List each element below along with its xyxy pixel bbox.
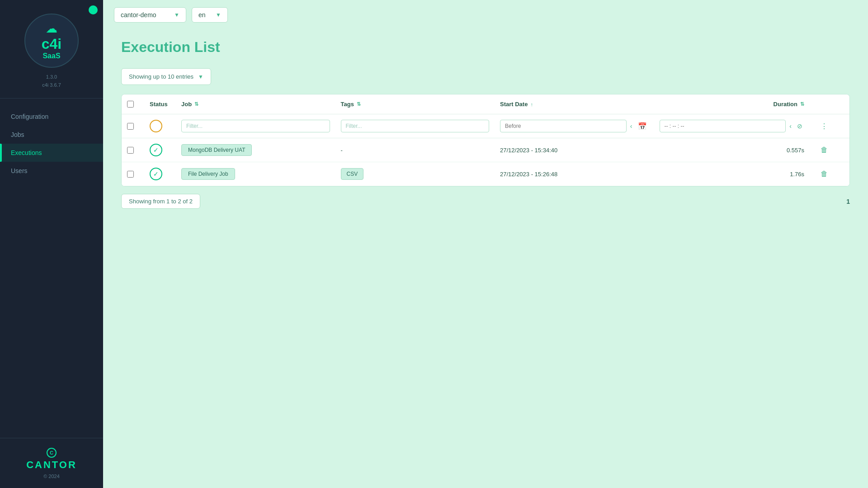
logo-saas-text: SaaS (42, 52, 60, 60)
execution-table: Status Job ⇅ Tags ⇅ Start Date ↑ Duratio… (121, 94, 850, 187)
tags-filter-input[interactable] (341, 120, 490, 132)
th-status: Status (144, 94, 176, 114)
entries-label: Showing up to 10 entries (129, 73, 193, 80)
row1-duration-cell: 0.557s (654, 141, 814, 159)
version1: 1.3.0 (42, 73, 61, 81)
row1-job-badge: MongoDB Delivery UAT (181, 144, 252, 156)
sidebar-nav: Configuration Jobs Executions Users (0, 99, 103, 438)
filter-duration-cell: ‹ ⊘ (654, 118, 814, 134)
sidebar-logo-area: ☁ c4i SaaS 1.3.0 c4i 3.6.7 (0, 0, 103, 99)
row1-job-cell: MongoDB Delivery UAT (176, 139, 335, 161)
filter-row-checkbox[interactable] (127, 123, 134, 130)
calendar-icon-button[interactable]: 📅 (636, 120, 649, 132)
cantor-brand-text: CANTOR (26, 459, 77, 471)
status-filter-pending-icon (150, 120, 162, 132)
table-row: ✓ MongoDB Delivery UAT - 27/12/2023 - 15… (122, 138, 849, 162)
date-prev-button[interactable]: ‹ (628, 121, 634, 131)
sidebar-footer: C CANTOR © 2024 (0, 438, 103, 488)
row2-duration-value: 1.76s (790, 171, 804, 178)
sidebar-item-users[interactable]: Users (0, 162, 103, 180)
job-sort-icon: ⇅ (194, 101, 198, 107)
th-tags-label: Tags (341, 101, 354, 108)
row1-duration-value: 0.557s (787, 147, 804, 154)
row2-actions-cell: 🗑 (813, 163, 849, 185)
duration-prev-button[interactable]: ‹ (788, 121, 793, 131)
version2: c4i 3.6.7 (42, 81, 61, 89)
th-job-label: Job (181, 101, 192, 108)
filter-actions-cell: ⋮ (813, 118, 849, 134)
filter-checkbox-cell (122, 118, 144, 134)
row2-checkbox[interactable] (127, 171, 134, 178)
active-indicator (0, 144, 2, 162)
sidebar-item-label: Jobs (11, 131, 24, 138)
row2-delete-button[interactable]: 🗑 (819, 168, 830, 180)
row1-checkbox[interactable] (127, 147, 134, 154)
filter-status-cell (144, 118, 176, 134)
language-dropdown[interactable]: en ▼ (192, 7, 228, 23)
row1-date-value: 27/12/2023 - 15:34:40 (500, 147, 557, 154)
filter-job-cell (176, 118, 335, 134)
entries-chevron-icon: ▼ (198, 74, 203, 80)
duration-sort-icon: ⇅ (800, 101, 804, 107)
page-title: Execution List (121, 39, 850, 56)
sidebar-item-label: Users (11, 167, 28, 174)
filter-date-cell: ‹ 📅 (495, 118, 654, 134)
language-value: en (198, 11, 206, 19)
th-tags[interactable]: Tags ⇅ (335, 94, 495, 114)
pagination-number: 1 (846, 198, 850, 205)
filter-tags-cell (335, 118, 495, 134)
sidebar-item-configuration[interactable]: Configuration (0, 108, 103, 126)
th-startdate[interactable]: Start Date ↑ (495, 94, 654, 114)
status-indicator-dot (89, 5, 98, 14)
duration-filter-input[interactable] (660, 120, 786, 132)
th-checkbox (122, 94, 144, 114)
top-bar: cantor-demo ▼ en ▼ (103, 0, 868, 30)
th-duration[interactable]: Duration ⇅ (654, 94, 814, 114)
row1-checkbox-cell (122, 141, 144, 159)
row1-date-cell: 27/12/2023 - 15:34:40 (495, 141, 654, 159)
table-header: Status Job ⇅ Tags ⇅ Start Date ↑ Duratio… (122, 94, 849, 114)
logo-c4i-text: c4i (42, 37, 61, 51)
table-footer: Showing from 1 to 2 of 2 1 (121, 194, 850, 209)
sidebar-item-label: Executions (11, 149, 42, 156)
logo-circle: ☁ c4i SaaS (24, 14, 79, 68)
th-duration-label: Duration (774, 101, 797, 108)
page-content: Execution List Showing up to 10 entries … (103, 30, 868, 488)
th-actions (813, 94, 849, 114)
sidebar-item-executions[interactable]: Executions (0, 144, 103, 162)
workspace-chevron-icon: ▼ (174, 12, 179, 18)
row1-status-cell: ✓ (144, 138, 176, 162)
svg-text:C: C (50, 450, 53, 455)
main-content: cantor-demo ▼ en ▼ Execution List Showin… (103, 0, 868, 488)
row2-status-success-icon: ✓ (150, 168, 162, 180)
filter-clear-icon-button[interactable]: ⊘ (795, 121, 804, 131)
sidebar: ☁ c4i SaaS 1.3.0 c4i 3.6.7 Configuration… (0, 0, 103, 488)
workspace-dropdown[interactable]: cantor-demo ▼ (114, 7, 186, 23)
startdate-sort-icon: ↑ (530, 102, 533, 107)
date-filter-input[interactable] (500, 120, 627, 132)
row1-tags-value: - (341, 147, 343, 154)
select-all-checkbox[interactable] (127, 101, 134, 108)
entries-dropdown[interactable]: Showing up to 10 entries ▼ (121, 68, 211, 85)
row1-delete-button[interactable]: 🗑 (819, 144, 830, 156)
row2-duration-cell: 1.76s (654, 165, 814, 183)
row1-status-success-icon: ✓ (150, 144, 162, 156)
showing-label: Showing from 1 to 2 of 2 (121, 194, 200, 209)
sidebar-item-jobs[interactable]: Jobs (0, 126, 103, 144)
row2-job-badge: File Delivery Job (181, 168, 235, 180)
more-options-button[interactable]: ⋮ (819, 120, 830, 132)
row2-tags-cell: CSV (335, 163, 495, 185)
table-filter-row: ‹ 📅 ‹ ⊘ ⋮ (122, 114, 849, 138)
row2-tag-badge: CSV (341, 168, 364, 180)
row2-date-value: 27/12/2023 - 15:26:48 (500, 171, 557, 178)
th-status-label: Status (150, 101, 168, 108)
job-filter-input[interactable] (181, 120, 330, 132)
table-row: ✓ File Delivery Job CSV 27/12/2023 - 15:… (122, 162, 849, 186)
row2-checkbox-cell (122, 165, 144, 183)
th-job[interactable]: Job ⇅ (176, 94, 335, 114)
cloud-icon: ☁ (46, 22, 57, 36)
th-startdate-label: Start Date (500, 101, 528, 108)
version-info: 1.3.0 c4i 3.6.7 (42, 73, 61, 89)
row2-status-cell: ✓ (144, 162, 176, 186)
row1-tags-cell: - (335, 141, 495, 159)
